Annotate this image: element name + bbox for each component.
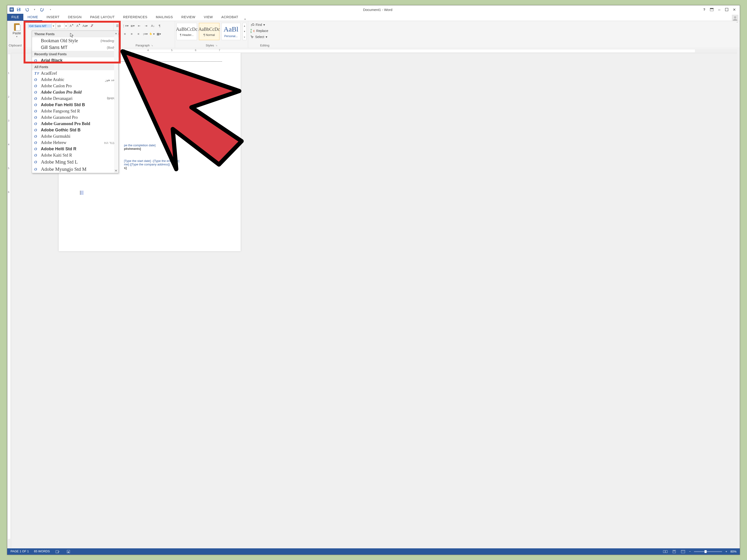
font-name-caret[interactable]: ▼ <box>52 23 55 29</box>
word-logo-icon: W <box>9 7 14 12</box>
tab-view[interactable]: VIEW <box>200 14 217 21</box>
font-option[interactable]: OBookman Old Style(Headings) <box>32 37 118 44</box>
replace-button[interactable]: abcReplace <box>250 28 269 34</box>
font-option[interactable]: OAdobe Fangsong Std R <box>32 108 118 114</box>
tab-page-layout[interactable]: PAGE LAYOUT <box>86 14 119 21</box>
template-placeholder[interactable]: s] <box>124 166 127 170</box>
font-option[interactable]: TᴛAcadEref <box>32 70 118 77</box>
decrease-indent-button[interactable]: ⇤ <box>136 23 143 28</box>
font-type-icon: O <box>34 115 38 120</box>
font-type-icon: Tᴛ <box>34 71 38 76</box>
font-option[interactable]: OArial Black <box>32 57 118 64</box>
template-placeholder[interactable]: me] ([Type the company address]) <box>124 163 170 166</box>
numbering-button[interactable]: ⋮≡▾ <box>122 23 129 28</box>
font-option[interactable]: OAdobe Fan Heiti Std B <box>32 102 118 108</box>
font-type-icon: O <box>34 103 38 107</box>
save-button[interactable] <box>16 6 22 12</box>
paragraph-launcher-icon[interactable]: ↘ <box>151 44 153 47</box>
font-size-selector[interactable]: ▼ <box>56 23 68 29</box>
style-card[interactable]: AaBlPersonal... <box>221 23 241 40</box>
tab-references[interactable]: REFERENCES <box>119 14 152 21</box>
paste-icon <box>13 22 20 31</box>
font-option[interactable]: OAdobe Kaiti Std R <box>32 152 118 158</box>
change-case-button[interactable]: Aa▾ <box>82 23 88 28</box>
style-card[interactable]: AaBbCcDc¶ Header... <box>177 23 197 40</box>
show-marks-button[interactable]: ¶ <box>157 23 163 28</box>
tab-file[interactable]: FILE <box>7 14 23 21</box>
style-card[interactable]: AaBbCcDc¶ Normal <box>199 23 220 40</box>
styles-launcher-icon[interactable]: ↘ <box>215 44 217 47</box>
redo-button[interactable] <box>40 6 46 12</box>
tab-acrobat[interactable]: ACROBAT <box>217 14 242 21</box>
clipboard-launcher-icon[interactable]: ↘ <box>23 44 25 47</box>
paste-button[interactable]: Paste ▼ <box>11 22 22 38</box>
recent-fonts-header: Recently Used Fonts <box>32 51 118 57</box>
font-option[interactable]: OAdobe Myungjo Std M <box>32 166 118 173</box>
template-placeholder[interactable]: pe the completion date] <box>124 143 155 147</box>
font-size-input[interactable] <box>56 24 64 28</box>
all-fonts-header: All Fonts <box>32 64 118 70</box>
font-option[interactable]: OAdobe Garamond Pro <box>32 114 118 121</box>
line-spacing-button[interactable]: ↕≡▾ <box>142 31 148 37</box>
align-center-button[interactable]: ≡ <box>122 31 128 37</box>
font-option[interactable]: OAdobe Gothic Std B <box>32 127 118 133</box>
svg-rect-1 <box>18 8 19 9</box>
font-size-caret[interactable]: ▼ <box>64 23 68 29</box>
font-type-icon: O <box>34 90 38 95</box>
title-bar: W ▼ ▾ Document1 - Word ? – ✕ <box>7 5 297 14</box>
find-button[interactable]: Find ▾ <box>250 22 266 27</box>
vertical-ruler[interactable]: 123456 <box>7 53 11 222</box>
scroll-track[interactable] <box>114 35 118 168</box>
font-option[interactable]: OGill Sans MT(Body) <box>32 44 118 51</box>
paste-label: Paste <box>12 31 21 35</box>
undo-button[interactable] <box>24 6 30 12</box>
shrink-font-button[interactable]: A▼ <box>75 23 81 28</box>
font-option[interactable]: OAdobe Devanagariदेवनागरी <box>32 96 118 102</box>
font-name-selector[interactable]: ▼ <box>28 23 55 29</box>
font-option[interactable]: OAdobe Gurmukhi <box>32 133 118 139</box>
scroll-down-button[interactable]: ▼ <box>114 169 118 172</box>
shading-button[interactable]: ▾ <box>149 31 155 37</box>
tab-design[interactable]: DESIGN <box>64 14 86 21</box>
font-option[interactable]: OAdobe Garamond Pro Bold <box>32 121 118 127</box>
tab-review[interactable]: REVIEW <box>177 14 200 21</box>
font-type-icon: O <box>34 141 38 145</box>
paragraph-group-label: Paragraph <box>136 44 150 47</box>
scroll-up-button[interactable]: ▲ <box>114 31 118 35</box>
align-right-button[interactable]: ≡ <box>129 31 135 37</box>
font-option[interactable]: OAdobe Ming Std L <box>32 158 118 166</box>
word-window: W ▼ ▾ Document1 - Word ? – ✕ FILEHOMEINS… <box>7 5 297 222</box>
borders-button[interactable]: ▦▾ <box>156 31 162 37</box>
clipboard-group-label: Clipboard <box>9 44 22 47</box>
ribbon-collapse-caret[interactable]: ▾ <box>242 18 248 21</box>
font-type-icon: O <box>34 78 38 82</box>
justify-button[interactable]: ≡ <box>135 31 141 37</box>
font-option[interactable]: OAdobe Caslon Pro Bold <box>32 89 118 96</box>
tab-mailings[interactable]: MAILINGS <box>152 14 177 21</box>
font-type-icon: O <box>34 167 38 171</box>
clear-formatting-button[interactable] <box>89 23 95 28</box>
font-type-icon: O <box>34 59 38 63</box>
template-placeholder[interactable]: plishments] <box>124 147 141 151</box>
select-button[interactable]: Select ▾ <box>250 34 268 39</box>
font-dropdown[interactable]: ▲ ▼ Theme Fonts OBookman Old Style(Headi… <box>32 31 119 173</box>
font-option[interactable]: OAdobe Arabicأبجد هوز <box>32 77 118 83</box>
undo-more-caret[interactable]: ▼ <box>31 6 37 12</box>
svg-rect-2 <box>18 10 20 11</box>
qat-customize-caret[interactable]: ▾ <box>47 6 53 12</box>
font-name-input[interactable] <box>28 24 52 28</box>
sort-button[interactable]: A↓ <box>150 23 156 28</box>
grow-font-button[interactable]: A▲ <box>69 23 75 28</box>
bullets-button[interactable]: ☰▾ <box>115 23 121 28</box>
styles-more-button[interactable]: ▲▼▾ <box>242 23 247 40</box>
template-placeholder[interactable]: [Type the start date] –[Type the end dat… <box>124 159 179 163</box>
tab-home[interactable]: HOME <box>23 14 43 21</box>
increase-indent-button[interactable]: ⇥ <box>143 23 149 28</box>
font-option[interactable]: OAdobe Heiti Std R <box>32 146 118 152</box>
tab-insert[interactable]: INSERT <box>42 14 64 21</box>
font-option[interactable]: OAdobe Hebrewאבגד הוז <box>32 139 118 146</box>
svg-point-7 <box>252 24 254 25</box>
multilevel-button[interactable]: ≣▾ <box>130 23 136 28</box>
text-cursor <box>80 191 83 195</box>
font-option[interactable]: OAdobe Caslon Pro <box>32 83 118 89</box>
